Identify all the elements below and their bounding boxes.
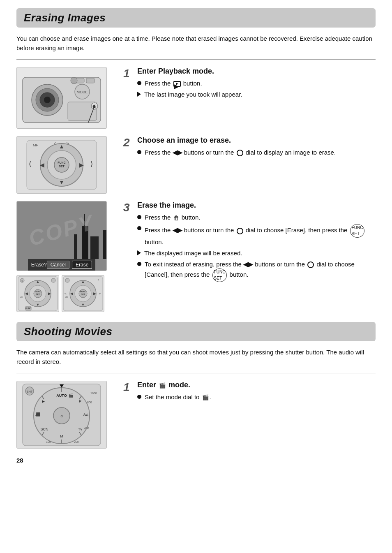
svg-text:200: 200 [74, 440, 79, 443]
control-wheel-svg: FUNC SET ▲ ▼ ◀ ▶ MF ⟨ ⟩ ↙ ↘ [25, 138, 99, 192]
svg-text:FUNC: FUNC [25, 307, 31, 310]
playback-button-icon: ▶ [173, 81, 181, 87]
step-2-image-col: FUNC SET ▲ ▼ ◀ ▶ MF ⟨ ⟩ ↙ ↘ [16, 136, 115, 194]
erase-bar: Erase? Cancel Erase [28, 259, 96, 271]
dial-3-icon [307, 261, 314, 268]
svg-text:FUNC: FUNC [58, 161, 65, 164]
step-1-title: Enter Playback mode. [137, 67, 242, 76]
svg-text:◀: ◀ [40, 162, 44, 168]
svg-text:800: 800 [87, 401, 92, 404]
svg-text:SET: SET [36, 293, 40, 296]
step-3-row: COPY Erase? Cancel Erase [16, 201, 376, 312]
step-3-bullet-3: The displayed image will be erased. [137, 249, 376, 258]
svg-text:SET: SET [59, 165, 65, 168]
svg-text:▲: ▲ [81, 280, 85, 284]
section-divider [16, 59, 376, 60]
shooting-title: Shooting Movies [24, 325, 368, 338]
erasing-section: Erasing Images You can choose and erase … [16, 8, 376, 312]
step-1-content: Enter Playback mode. Press the ▶ button.… [137, 67, 242, 101]
trash-icon: 🗑 [173, 214, 179, 222]
svg-text:FUNC: FUNC [35, 290, 41, 293]
step-1-row: MODE ▶ [16, 67, 376, 129]
svg-text:⟨: ⟨ [29, 160, 31, 167]
svg-text:AUTO: AUTO [56, 393, 67, 398]
svg-text:▼: ▼ [36, 303, 40, 307]
step-1-image-col: MODE ▶ [16, 67, 115, 129]
step-2-image: FUNC SET ▲ ▼ ◀ ▶ MF ⟨ ⟩ ↙ ↘ [16, 136, 107, 194]
svg-text:MF: MF [20, 296, 23, 298]
svg-text:»: » [99, 292, 101, 296]
svg-text:MODE: MODE [77, 90, 88, 94]
movie-mode-icon: 🎬 [159, 382, 166, 389]
svg-point-41 [51, 278, 55, 282]
bullet-arrow-3-icon [137, 250, 141, 255]
shooting-step-1-row: AUTO P Av Tv M SCN ⬛ ▶ 🎬 ⊙ [16, 381, 376, 449]
svg-text:MF: MF [65, 296, 68, 298]
svg-point-55 [65, 278, 69, 282]
shooting-header: Shooting Movies [16, 322, 376, 341]
step-3-number: 3 [123, 201, 133, 213]
erase-question-label: Erase? [31, 262, 47, 268]
svg-text:SET: SET [81, 293, 85, 296]
svg-text:M: M [60, 434, 63, 438]
svg-text:◀: ◀ [70, 292, 73, 296]
svg-text:FUNC: FUNC [80, 290, 86, 293]
bullet-circle-2-icon [137, 150, 141, 154]
small-control-left-svg: FUNC SET ▲ ▼ ◀ ▶ ⊙ F [17, 275, 58, 312]
shooting-step-1-bullet-1: Set the mode dial to 🎬. [137, 393, 211, 402]
svg-text:1600: 1600 [90, 392, 97, 395]
shooting-section: Shooting Movies The camera can automatic… [16, 322, 376, 449]
step-1-number: 1 [123, 67, 133, 79]
svg-rect-6 [86, 78, 95, 83]
svg-text:▲: ▲ [59, 143, 65, 150]
step-3-title: Erase the image. [137, 201, 376, 210]
step-2-number: 2 [123, 136, 133, 148]
bullet-circle-3a-icon [137, 215, 141, 219]
svg-text:⬛: ⬛ [36, 412, 41, 417]
page-number: 28 [16, 457, 376, 464]
svg-text:↘: ↘ [66, 141, 69, 145]
svg-text:Tv: Tv [78, 427, 82, 431]
erase-screen-container: COPY Erase? Cancel Erase [16, 201, 107, 271]
step-2-content-row: 2 Choose an image to erase. Press the ◀▶… [123, 136, 336, 159]
svg-text:▼: ▼ [81, 303, 85, 307]
movie-dial-icon: 🎬 [202, 394, 209, 402]
step-1-bullet-2: The last image you took will appear. [137, 90, 242, 99]
shooting-step-1-content-row: 1 Enter 🎬 mode. Set the mode dial to 🎬. [123, 381, 211, 404]
step-2-bullets: Press the ◀▶ buttons or turn the dial to… [137, 148, 336, 157]
svg-text:⊙: ⊙ [21, 280, 23, 282]
func-set-2-icon: FUNCSET [212, 268, 227, 282]
step-3-content: Erase the image. Press the 🗑 button. Pre… [137, 201, 376, 284]
svg-text:SHT: SHT [27, 390, 33, 393]
svg-point-9 [71, 77, 77, 84]
small-control-right-svg: FUNC SET ▲ ▼ ◀ ▶ ↙ MF « [62, 275, 104, 312]
svg-text:Av: Av [83, 412, 88, 416]
svg-point-4 [44, 97, 51, 103]
bullet-arrow-icon [137, 92, 141, 97]
erase-screen-image: COPY Erase? Cancel Erase [16, 201, 107, 271]
erasing-header: Erasing Images [16, 8, 376, 28]
dial-2-icon [237, 228, 243, 234]
svg-text:▲: ▲ [36, 280, 40, 284]
bullet-circle-icon [137, 81, 141, 85]
step-3-bullet-2: Press the ◀▶ buttons or turn the dial to… [137, 224, 376, 247]
step-1-bullet-1: Press the ▶ button. [137, 79, 242, 88]
mode-dial-image: AUTO P Av Tv M SCN ⬛ ▶ 🎬 ⊙ [16, 381, 107, 449]
small-control-right: FUNC SET ▲ ▼ ◀ ▶ ↙ MF « [62, 275, 104, 312]
step-3-bullet-4: To exit instead of erasing, press the ◀▶… [137, 260, 376, 282]
shooting-step-1-title: Enter 🎬 mode. [137, 381, 211, 389]
erasing-steps: MODE ▶ [16, 67, 376, 312]
mode-dial-svg: AUTO P Av Tv M SCN ⬛ ▶ 🎬 ⊙ [21, 382, 103, 448]
step-1-image: MODE ▶ [16, 67, 107, 129]
svg-text:⊙: ⊙ [60, 414, 63, 418]
svg-text:P: P [79, 399, 81, 403]
erasing-title: Erasing Images [24, 12, 368, 24]
svg-text:◀: ◀ [25, 292, 28, 296]
erase-button-display: Erase [72, 261, 92, 269]
erasing-intro: You can choose and erase images one at a… [16, 34, 376, 53]
step-2-title: Choose an image to erase. [137, 136, 336, 145]
svg-text:400: 400 [84, 427, 89, 430]
svg-text:▶: ▶ [42, 399, 45, 403]
shooting-intro: The camera can automatically select all … [16, 348, 376, 366]
dial-icon [237, 150, 243, 156]
